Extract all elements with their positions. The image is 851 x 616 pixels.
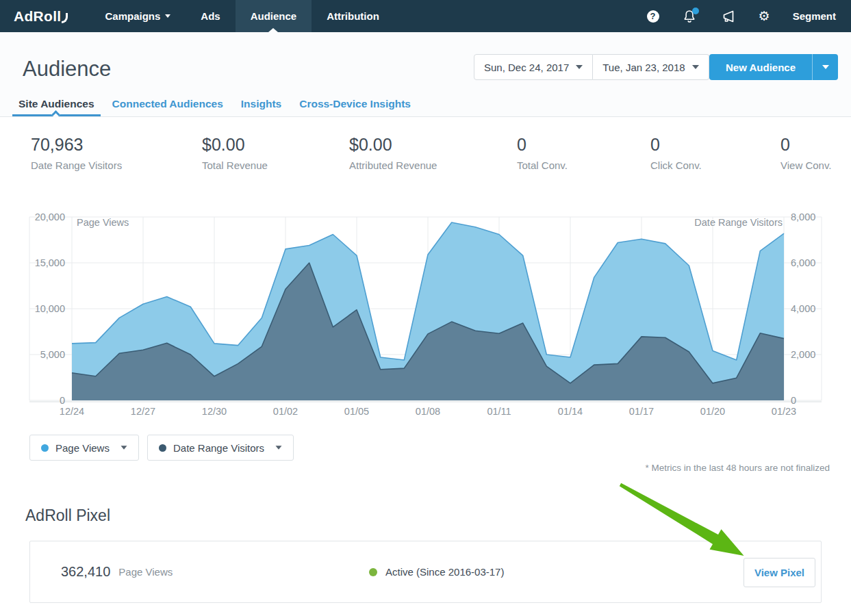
new-audience-button[interactable]: New Audience — [709, 54, 812, 80]
gear-glyph: ⚙ — [759, 10, 770, 23]
primary-nav: Campaigns Ads Audience Attribution — [90, 0, 394, 32]
summary-stats: 70,963 Date Range Visitors $0.00 Total R… — [0, 135, 851, 176]
question-mark-glyph: ? — [647, 10, 659, 23]
tab-label: Site Audiences — [18, 98, 94, 110]
tab-label: Cross-Device Insights — [299, 98, 411, 110]
chevron-down-icon — [165, 14, 170, 18]
legend-page-views-dropdown[interactable]: Page Views — [29, 435, 139, 461]
x-axis-tick: 01/23 — [772, 406, 796, 417]
chevron-down-icon — [692, 65, 699, 69]
end-date-dropdown[interactable]: Tue, Jan 23, 2018 — [593, 54, 709, 80]
date-range-picker: Sun, Dec 24, 2017 Tue, Jan 23, 2018 — [474, 54, 709, 80]
top-navigation: AdRoll Campaigns Ads Audience Attributio… — [0, 0, 851, 32]
pixel-page-views-label: Page Views — [118, 566, 173, 578]
stat-label: Click Conv. — [650, 159, 702, 171]
end-date-value: Tue, Jan 23, 2018 — [602, 62, 685, 73]
tab-label: Insights — [241, 98, 281, 110]
stat-label: Date Range Visitors — [31, 159, 122, 171]
y-axis-right-tick: 0 — [791, 395, 796, 406]
legend-label: Date Range Visitors — [173, 442, 264, 454]
stat-label: Total Revenue — [202, 159, 268, 171]
x-axis-tick: 01/08 — [416, 406, 440, 417]
pixel-page-views: 362,410 Page Views — [61, 541, 173, 602]
stat-value: $0.00 — [202, 135, 268, 155]
x-axis-tick: 01/20 — [700, 406, 725, 417]
notifications-bell-icon[interactable] — [682, 9, 697, 24]
nav-item-ads[interactable]: Ads — [186, 0, 235, 32]
y-axis-right-tick: 4,000 — [791, 303, 815, 314]
y-axis-left-tick: 20,000 — [35, 212, 65, 222]
x-axis-tick: 01/14 — [558, 406, 583, 417]
stat-attributed-revenue: $0.00 Attributed Revenue — [349, 135, 437, 171]
x-axis-tick: 01/05 — [344, 406, 369, 417]
stat-view-conv: 0 View Conv. — [780, 135, 831, 171]
series-color-dot — [41, 444, 49, 452]
chevron-down-icon — [120, 446, 127, 449]
stat-total-revenue: $0.00 Total Revenue — [202, 135, 268, 171]
y-axis-right-tick: 8,000 — [791, 212, 815, 222]
status-dot — [369, 568, 377, 576]
tab-cross-device-insights[interactable]: Cross-Device Insights — [293, 92, 417, 116]
chart-legend: Page Views Date Range Visitors — [29, 435, 294, 461]
active-tab-notch — [51, 110, 60, 119]
right-axis-title: Date Range Visitors — [694, 217, 783, 228]
x-axis-tick: 01/17 — [629, 406, 654, 417]
megaphone-glyph — [720, 8, 736, 25]
start-date-dropdown[interactable]: Sun, Dec 24, 2017 — [474, 54, 593, 80]
y-axis-right-tick: 6,000 — [791, 257, 815, 268]
nav-item-attribution[interactable]: Attribution — [312, 0, 394, 32]
nav-item-audience[interactable]: Audience — [236, 0, 312, 32]
y-axis-left-tick: 5,000 — [40, 349, 65, 360]
view-pixel-button[interactable]: View Pixel — [744, 558, 815, 587]
help-icon[interactable]: ? — [647, 10, 659, 23]
chevron-down-icon — [822, 65, 829, 69]
y-axis-left-tick: 0 — [60, 395, 65, 406]
settings-gear-icon[interactable]: ⚙ — [759, 10, 770, 23]
account-menu[interactable]: Segment — [793, 10, 836, 22]
stat-click-conv: 0 Click Conv. — [650, 135, 702, 171]
y-axis-right-tick: 2,000 — [791, 349, 815, 360]
stat-value: 0 — [517, 135, 568, 155]
new-audience-dropdown-button[interactable] — [812, 54, 838, 80]
pixel-page-views-value: 362,410 — [61, 564, 110, 580]
adroll-pixel-card: 362,410 Page Views Active (Since 2016-03… — [29, 541, 822, 603]
stat-total-conv: 0 Total Conv. — [517, 135, 568, 171]
nav-item-campaigns[interactable]: Campaigns — [90, 0, 186, 32]
new-audience-split-button: New Audience — [709, 54, 838, 80]
pixel-status: Active (Since 2016-03-17) — [369, 541, 504, 602]
stat-label: Attributed Revenue — [349, 159, 437, 171]
left-axis-title: Page Views — [77, 217, 129, 228]
tab-connected-audiences[interactable]: Connected Audiences — [106, 92, 229, 116]
pixel-status-text: Active (Since 2016-03-17) — [385, 566, 504, 578]
announcements-megaphone-icon[interactable] — [720, 8, 736, 25]
nav-item-label: Ads — [201, 10, 220, 22]
legend-date-range-visitors-dropdown[interactable]: Date Range Visitors — [147, 435, 294, 461]
chevron-down-icon — [276, 446, 282, 449]
stat-value: $0.00 — [349, 135, 437, 155]
nav-utilities: ? ⚙ Segment — [647, 0, 851, 32]
tab-site-audiences[interactable]: Site Audiences — [12, 92, 101, 116]
page-header: Audience Sun, Dec 24, 2017 Tue, Jan 23, … — [0, 32, 851, 117]
x-axis-tick: 01/11 — [487, 406, 511, 417]
nav-item-label: Campaigns — [105, 10, 160, 22]
x-axis-tick: 12/27 — [131, 406, 155, 417]
x-axis-tick: 12/30 — [202, 406, 227, 417]
series-color-dot — [159, 444, 166, 452]
stat-date-range-visitors: 70,963 Date Range Visitors — [31, 135, 122, 171]
page-title: Audience — [23, 57, 111, 81]
chart-canvas: 05,00010,00015,00020,00002,0004,0006,000… — [0, 212, 851, 421]
metrics-footnote: * Metrics in the last 48 hours are not f… — [646, 463, 830, 473]
legend-label: Page Views — [55, 442, 110, 454]
nav-item-label: Attribution — [327, 10, 379, 22]
stat-value: 0 — [780, 135, 831, 155]
tab-insights[interactable]: Insights — [235, 92, 288, 116]
tab-label: Connected Audiences — [112, 98, 223, 110]
x-axis-tick: 01/02 — [273, 406, 298, 417]
adroll-logo[interactable]: AdRoll — [0, 0, 77, 32]
stat-value: 0 — [650, 135, 702, 155]
start-date-value: Sun, Dec 24, 2017 — [484, 62, 569, 73]
y-axis-left-tick: 10,000 — [35, 303, 65, 314]
stat-label: Total Conv. — [517, 159, 568, 171]
stat-label: View Conv. — [780, 159, 831, 171]
stat-value: 70,963 — [31, 135, 122, 155]
